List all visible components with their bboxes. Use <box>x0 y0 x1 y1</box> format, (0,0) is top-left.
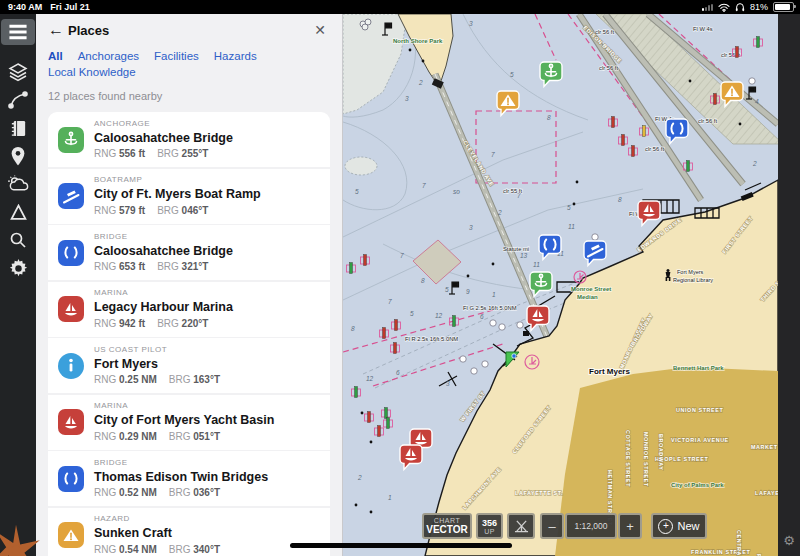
cellular-signal-icon <box>702 3 713 11</box>
headphones-icon <box>735 2 745 12</box>
chart-label: MONROE STREET <box>643 432 649 487</box>
marina-icon <box>58 296 84 322</box>
chart-label: Fl R 2.5s 16ft 5.0NM <box>405 336 458 342</box>
sounding-dot <box>409 49 412 52</box>
route-icon[interactable] <box>0 86 36 114</box>
sounding-dot <box>370 441 373 444</box>
item-category: ANCHORAGE <box>94 120 233 128</box>
chart-type-button[interactable]: CHART VECTOR <box>422 513 472 539</box>
list-item[interactable]: HAZARD Sunken Craft RNG 0.54 NMBRG 340°T <box>48 508 330 556</box>
filter-tabs: All Anchorages Facilities Hazards Local … <box>36 46 325 78</box>
depth-sounding: 1 <box>492 291 496 298</box>
item-name: Caloosahatchee Bridge <box>94 245 233 258</box>
depth-sounding: 8 <box>618 196 622 203</box>
tab-all[interactable]: All <box>48 50 63 62</box>
clock: 9:40 AM <box>8 2 42 12</box>
item-name: Legacy Harbour Marina <box>94 301 233 314</box>
tab-facilities[interactable]: Facilities <box>154 50 199 62</box>
chart-label: so <box>453 188 460 195</box>
chart-label: MARKET S <box>751 444 778 450</box>
tab-anchorages[interactable]: Anchorages <box>78 50 139 62</box>
item-range-bearing: RNG 556 ftBRG 255°T <box>94 149 233 159</box>
new-object-button[interactable]: + New <box>651 513 707 539</box>
chart-label: Monroe Street <box>571 286 611 292</box>
buoy-circle <box>749 78 755 84</box>
buoy-circle <box>482 361 488 367</box>
depth-sounding: 2 <box>418 79 423 86</box>
gps-dot <box>512 354 516 358</box>
chart-label: VICTORIA AVENUE <box>671 437 729 443</box>
left-toolbar <box>0 14 36 556</box>
tab-local-knowledge[interactable]: Local Knowledge <box>48 66 136 78</box>
depth-sounding: 1 <box>388 494 392 501</box>
zoom-controls: – 1:12,000 + <box>540 513 643 539</box>
heading-up-button[interactable]: 356 UP <box>476 513 503 539</box>
home-indicator[interactable] <box>290 543 512 548</box>
depth-sounding: 6 <box>480 313 484 320</box>
bridge-icon <box>58 240 84 266</box>
list-item[interactable]: ANCHORAGE Caloosahatchee Bridge RNG 556 … <box>48 112 330 167</box>
chart-label: clr 55 ft <box>503 188 522 194</box>
list-item[interactable]: BRIDGE Caloosahatchee Bridge RNG 653 ftB… <box>48 225 330 280</box>
item-category: BRIDGE <box>94 233 233 241</box>
list-item[interactable]: US COAST PILOT Fort Myers RNG 0.25 NMBRG… <box>48 338 330 393</box>
depth-sounding: 12 <box>366 375 374 382</box>
buoy-circle <box>471 368 477 374</box>
depth-sounding: 2 <box>357 474 362 481</box>
depth-sounding: 7 <box>422 182 426 189</box>
list-item[interactable]: MARINA Legacy Harbour Marina RNG 942 ftB… <box>48 282 330 337</box>
chart-label: LAFAYETTE ST. <box>515 490 563 496</box>
close-icon[interactable]: ✕ <box>310 22 330 38</box>
battery-percent: 81% <box>750 2 768 12</box>
depth-sounding: 7 <box>400 252 404 259</box>
depth-sounding: 8 <box>547 114 551 121</box>
depth-sounding: 3 <box>405 95 409 102</box>
search-icon[interactable] <box>0 226 36 254</box>
logbook-icon[interactable] <box>0 114 36 142</box>
anchorage-icon <box>58 127 84 153</box>
wind-button[interactable] <box>507 513 535 539</box>
settings-icon[interactable] <box>0 254 36 282</box>
tab-hazards[interactable]: Hazards <box>214 50 257 62</box>
map-settings-gear-icon[interactable]: ⚙ <box>783 533 795 556</box>
depth-sounding: 13 <box>520 252 528 259</box>
chart-label: COTTAGE STREET <box>625 430 631 487</box>
list-item[interactable]: BRIDGE Thomas Edison Twin Bridges RNG 0.… <box>48 451 330 506</box>
weather-icon[interactable] <box>0 170 36 198</box>
places-list: ANCHORAGE Caloosahatchee Bridge RNG 556 … <box>48 112 330 556</box>
windsock-icon <box>514 519 529 533</box>
back-arrow-icon[interactable]: ← <box>48 21 68 39</box>
chart-label: Fl W 4s <box>693 26 713 32</box>
date: Fri Jul 21 <box>50 2 90 12</box>
sounding-dot <box>689 80 692 83</box>
zoom-in-button[interactable]: + <box>618 513 642 539</box>
depth-sounding: 4 <box>755 98 759 105</box>
chart-label: clr 56 ft <box>599 65 618 71</box>
pin-icon[interactable] <box>0 142 36 170</box>
layers-icon[interactable] <box>0 58 36 86</box>
result-count: 12 places found nearby <box>36 78 342 110</box>
chart-label: Median <box>577 294 598 300</box>
chart-label: Fort Myers <box>677 269 704 275</box>
chart-label: Bennett Hart Park <box>673 365 724 371</box>
menu-icon[interactable] <box>0 18 36 46</box>
right-edge-strip: ⚙ <box>778 14 800 556</box>
plus-circle-icon: + <box>658 519 673 534</box>
chart-label: BROADWAY <box>658 434 664 470</box>
sounding-dot <box>467 275 470 278</box>
zoom-out-button[interactable]: – <box>540 513 564 539</box>
item-category: MARINA <box>94 402 274 410</box>
chart-label: Statute mi <box>503 246 529 252</box>
item-range-bearing: RNG 0.52 NMBRG 036°T <box>94 488 268 498</box>
nautical-chart[interactable]: 3523875723751187859751268131111161232142… <box>343 14 778 556</box>
list-item[interactable]: MARINA City of Fort Myers Yacht Basin RN… <box>48 395 330 450</box>
depth-sounding: 7 <box>491 151 495 158</box>
item-name: Caloosahatchee Bridge <box>94 132 233 145</box>
item-range-bearing: RNG 579 ftBRG 046°T <box>94 206 261 216</box>
item-category: BRIDGE <box>94 459 268 467</box>
panel-title: Places <box>68 23 310 38</box>
list-item[interactable]: BOATRAMP City of Ft. Myers Boat Ramp RNG… <box>48 169 330 224</box>
sounding-dot <box>422 60 425 63</box>
sounding-dot <box>573 203 576 206</box>
markers-icon[interactable] <box>0 198 36 226</box>
